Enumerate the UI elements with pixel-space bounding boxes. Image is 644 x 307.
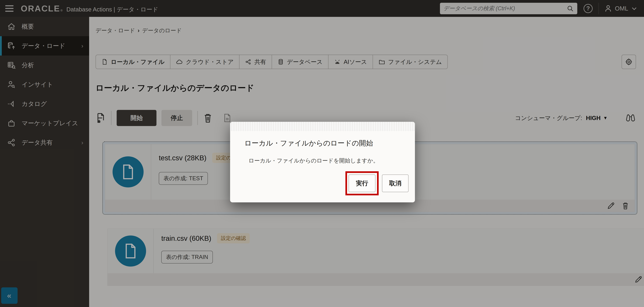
red-highlight-annotation: 実行 (346, 171, 379, 195)
dialog-actions: 実行 取消 (346, 171, 408, 195)
cancel-button[interactable]: 取消 (382, 175, 408, 192)
run-button[interactable]: 実行 (349, 175, 376, 192)
dialog-title: ローカル・ファイルからのロードの開始 (244, 138, 415, 148)
dialog-drag-handle[interactable] (230, 122, 415, 131)
dialog-message: ローカル・ファイルからのロードを開始しますか。 (248, 157, 415, 164)
start-load-dialog: ローカル・ファイルからのロードの開始 ローカル・ファイルからのロードを開始します… (230, 122, 415, 202)
